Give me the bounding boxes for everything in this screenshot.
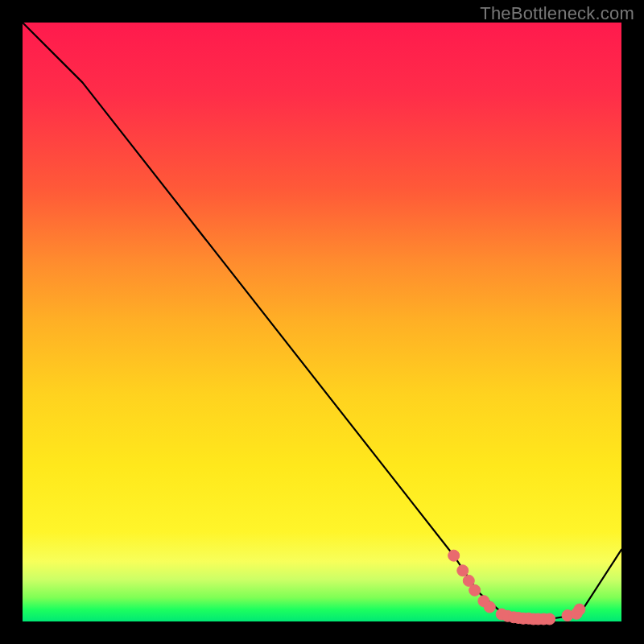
data-marker bbox=[484, 601, 495, 613]
watermark: TheBottleneck.com bbox=[480, 3, 634, 24]
curve-line bbox=[23, 23, 621, 619]
plot-area bbox=[23, 23, 621, 621]
data-marker bbox=[544, 613, 555, 625]
data-marker bbox=[469, 584, 481, 596]
data-marker bbox=[574, 604, 585, 615]
data-marker bbox=[457, 565, 469, 576]
marker-group bbox=[448, 550, 585, 625]
chart-svg bbox=[23, 23, 621, 621]
data-marker bbox=[448, 550, 460, 561]
chart-container: TheBottleneck.com bbox=[0, 0, 644, 644]
